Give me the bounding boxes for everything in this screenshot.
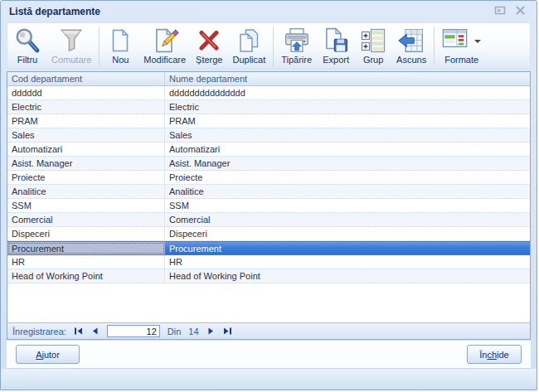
record-navigator: Înregistrarea: Din 14 — [7, 322, 530, 339]
last-record-button[interactable] — [223, 327, 232, 336]
cell-cod[interactable]: Asist. Manager — [7, 157, 165, 170]
formats-table-icon — [442, 28, 469, 52]
table-row[interactable]: PRAMPRAM — [7, 114, 530, 128]
cell-cod[interactable]: Head of Working Point — [7, 269, 165, 283]
table-row[interactable]: HRHR — [7, 255, 530, 269]
next-record-button[interactable] — [206, 327, 216, 336]
toolbar-label: Comutare — [51, 55, 91, 65]
table-row[interactable]: ProcurementProcurement — [7, 241, 530, 255]
help-button[interactable]: Ajutor — [16, 345, 80, 364]
cell-nume[interactable]: Electric — [165, 100, 530, 114]
window-box-button[interactable] — [490, 4, 510, 19]
cell-cod[interactable]: HR — [7, 255, 165, 269]
cell-nume[interactable]: Automatizari — [165, 143, 530, 156]
table-row[interactable]: ElectricElectric — [7, 100, 530, 114]
funnel-icon — [57, 26, 85, 55]
footer-button-band: Ajutor Închide — [7, 341, 531, 369]
cell-nume[interactable]: Procurement — [165, 242, 530, 254]
filtru-button[interactable]: Filtru — [8, 25, 46, 66]
new-page-icon — [107, 26, 134, 55]
window-title: Listă departamente — [9, 6, 490, 17]
table-row[interactable]: DispeceriDispeceri — [7, 227, 530, 241]
toolbar-label: Nou — [112, 55, 129, 65]
toolbar-label: Tipărire — [281, 55, 312, 65]
record-navigator-label: Înregistrarea: — [12, 327, 66, 336]
close-x-icon — [515, 4, 526, 19]
table-row[interactable]: ProiecteProiecte — [7, 171, 530, 185]
record-of-label: Din — [168, 327, 182, 336]
window: Listă departamente Filtru — [0, 0, 537, 390]
cell-nume[interactable]: ddddddddddddddd — [165, 86, 530, 99]
cell-nume[interactable]: Dispeceri — [165, 227, 530, 240]
group-icon — [360, 26, 386, 55]
cell-cod[interactable]: Sales — [7, 128, 165, 142]
status-bar — [1, 369, 537, 390]
titlebar-close-button[interactable] — [510, 4, 530, 19]
export-button[interactable]: Export — [317, 25, 355, 66]
edit-page-icon — [151, 26, 179, 55]
cell-cod[interactable]: PRAM — [7, 114, 165, 128]
cell-cod[interactable]: Proiecte — [7, 171, 165, 184]
export-save-icon — [322, 26, 350, 55]
table-header: Cod departament Nume departament — [7, 72, 530, 86]
cell-nume[interactable]: Analitice — [165, 185, 530, 198]
toolbar-label: Ascuns — [396, 55, 426, 65]
cell-nume[interactable]: Asist. Manager — [165, 157, 530, 170]
duplicat-button[interactable]: Duplicat — [227, 25, 270, 66]
toolbar-label: Grup — [363, 55, 383, 65]
table-row[interactable]: AnaliticeAnalitice — [7, 185, 530, 199]
cell-cod[interactable]: SSM — [7, 199, 165, 212]
formate-dropdown-arrow[interactable] — [474, 40, 481, 43]
cell-nume[interactable]: Proiecte — [165, 171, 530, 184]
hidden-columns-icon — [397, 26, 425, 55]
column-header-nume[interactable]: Nume departament — [165, 72, 530, 85]
toolbar-label: Export — [323, 55, 349, 65]
duplicate-pages-icon — [236, 26, 262, 55]
toolbar-label: Filtru — [17, 55, 37, 65]
cell-cod[interactable]: Procurement — [7, 242, 165, 254]
toolbar-label: Modificare — [143, 55, 186, 65]
cell-nume[interactable]: SSM — [165, 199, 530, 212]
table-row[interactable]: Asist. ManagerAsist. Manager — [7, 157, 530, 171]
table-body: dddddddddddddddddddddElectricElectricPRA… — [7, 86, 530, 322]
cell-cod[interactable]: Automatizari — [7, 143, 165, 156]
cell-cod[interactable]: Dispeceri — [7, 227, 165, 240]
cell-nume[interactable]: Head of Working Point — [165, 269, 530, 283]
table-row[interactable]: SSMSSM — [7, 199, 530, 213]
table-row[interactable]: SalesSales — [7, 128, 530, 143]
table-row[interactable]: ddddddddddddddddddddd — [7, 86, 530, 100]
cell-cod[interactable]: dddddd — [7, 86, 165, 99]
record-number-input[interactable] — [107, 325, 160, 337]
first-record-button[interactable] — [74, 327, 83, 336]
comutare-button[interactable]: Comutare — [46, 25, 96, 66]
cell-nume[interactable]: HR — [165, 255, 530, 269]
toolbar-label: Șterge — [196, 55, 222, 65]
toolbar-separator — [273, 27, 274, 66]
cell-nume[interactable]: PRAM — [165, 114, 530, 128]
nou-button[interactable]: Nou — [102, 25, 138, 66]
close-button[interactable]: Închide — [467, 345, 522, 364]
table-row[interactable]: Head of Working PointHead of Working Poi… — [7, 269, 530, 283]
previous-record-button[interactable] — [90, 327, 100, 336]
toolbar-label: Duplicat — [232, 55, 265, 65]
tiparire-button[interactable]: Tipărire — [276, 25, 317, 66]
titlebar: Listă departamente — [1, 1, 537, 22]
cell-nume[interactable]: Comercial — [165, 213, 530, 226]
grup-button[interactable]: Grup — [355, 25, 391, 66]
cell-cod[interactable]: Comercial — [7, 213, 165, 226]
window-box-icon — [494, 4, 506, 19]
toolbar: Filtru Comutare Nou — [7, 22, 531, 69]
modificare-button[interactable]: Modificare — [138, 25, 191, 66]
column-header-cod[interactable]: Cod departament — [7, 72, 165, 85]
cell-nume[interactable]: Sales — [165, 128, 530, 142]
cell-cod[interactable]: Analitice — [7, 185, 165, 198]
formate-button[interactable]: Formate — [437, 25, 486, 66]
table-row[interactable]: AutomatizariAutomatizari — [7, 143, 530, 157]
cell-cod[interactable]: Electric — [7, 100, 165, 114]
table-row[interactable]: ComercialComercial — [7, 213, 530, 227]
toolbar-separator — [434, 27, 435, 66]
ascuns-button[interactable]: Ascuns — [391, 25, 431, 66]
record-total: 14 — [188, 327, 198, 336]
sterge-button[interactable]: Șterge — [191, 25, 227, 66]
departments-grid: Cod departament Nume departament ddddddd… — [7, 71, 531, 340]
